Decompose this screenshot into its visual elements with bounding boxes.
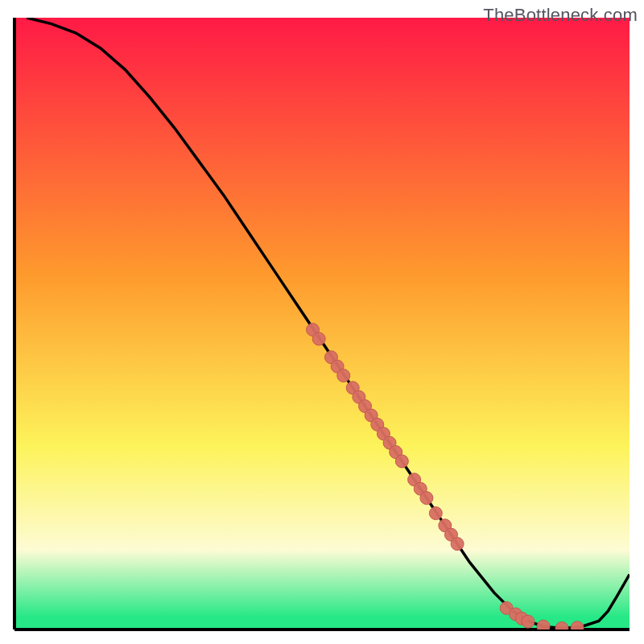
data-marker: [312, 332, 325, 345]
plot-background: [14, 18, 630, 630]
data-marker: [337, 369, 350, 382]
data-marker: [571, 621, 584, 634]
bottleneck-chart: TheBottleneck.com: [0, 0, 644, 644]
data-marker: [522, 615, 535, 628]
data-marker: [451, 538, 464, 551]
data-marker: [395, 455, 408, 468]
data-marker: [429, 507, 442, 520]
watermark-text: TheBottleneck.com: [483, 5, 638, 26]
data-marker: [555, 621, 568, 634]
data-marker: [420, 492, 433, 505]
chart-svg: [0, 0, 644, 644]
